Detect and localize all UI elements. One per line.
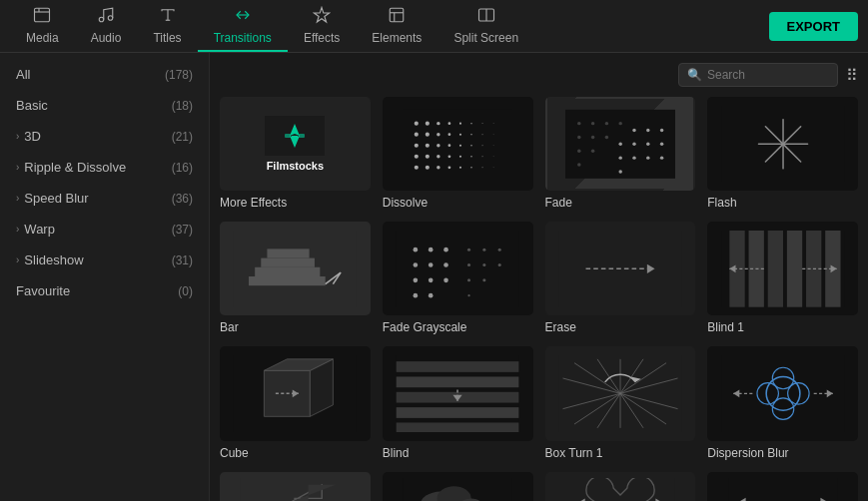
svg-point-72 [618,142,621,145]
svg-point-69 [632,156,635,159]
nav-audio[interactable]: Audio [75,0,138,52]
svg-point-45 [426,165,430,169]
content-area: 🔍 ⠿ Filmstocks [210,53,868,501]
svg-point-60 [577,149,580,152]
svg-point-102 [429,293,434,298]
filmstocks-label: Filmstocks [267,160,324,172]
sidebar-item-speedblur[interactable]: › Speed Blur (36) [0,183,209,214]
svg-point-49 [470,167,471,168]
svg-point-63 [632,129,635,132]
svg-point-46 [436,166,439,169]
transition-dispersion[interactable]: Dispersion Blur [707,346,858,459]
export-button[interactable]: EXPORT [769,12,858,41]
nav-splitscreen[interactable]: Split Screen [437,0,534,52]
svg-point-62 [577,163,580,166]
svg-point-94 [443,248,448,252]
grid-view-icon[interactable]: ⠿ [846,66,858,85]
transition-cube[interactable]: Cube [220,346,371,459]
svg-point-70 [646,156,649,159]
svg-point-16 [459,122,461,124]
transition-thumb [220,222,371,315]
transition-label: Dispersion Blur [707,446,858,460]
svg-point-96 [429,262,434,267]
transition-label: More Effects [220,196,371,210]
svg-point-35 [493,145,494,146]
svg-point-98 [414,278,419,283]
nav-media[interactable]: Media [10,0,75,52]
chevron-icon: › [16,131,19,142]
svg-point-2 [108,15,113,20]
svg-rect-11 [403,110,512,179]
transition-row4a[interactable]: - [220,472,371,501]
transition-thumb [220,346,371,440]
svg-rect-8 [292,136,298,138]
transition-dissolve[interactable]: Dissolve [383,97,533,210]
search-input[interactable] [707,68,829,82]
sidebar-item-ripple[interactable]: › Ripple & Dissolve (16) [0,152,209,183]
svg-rect-10 [299,134,305,138]
transition-thumb [383,346,533,440]
transition-thumb [383,97,533,191]
svg-point-95 [414,262,419,267]
transition-blind1[interactable]: Blind 1 [707,222,858,334]
svg-point-56 [618,122,621,125]
svg-point-38 [436,155,439,158]
svg-rect-166 [241,478,350,501]
transition-erase[interactable]: Erase [545,222,696,334]
transition-row4b[interactable]: - [383,472,533,501]
svg-point-97 [443,262,448,267]
svg-point-14 [436,122,439,125]
effects-icon [313,6,331,27]
svg-point-73 [618,156,621,159]
svg-point-19 [493,123,494,124]
nav-effects[interactable]: Effects [288,0,356,52]
svg-rect-87 [262,258,316,267]
svg-point-13 [426,121,430,125]
transition-thumb [545,346,696,440]
transition-fade-grayscale[interactable]: Fade Grayscale [383,222,533,334]
nav-transitions[interactable]: Transitions [198,0,288,52]
transition-row4c[interactable]: - [545,472,696,501]
nav-elements[interactable]: Elements [356,0,437,52]
transition-blind2[interactable]: Blind [383,346,533,459]
transition-more-effects[interactable]: Filmstocks More Effects [220,97,371,210]
chevron-icon: › [16,254,19,265]
sidebar-item-warp[interactable]: › Warp (37) [0,214,209,245]
svg-point-109 [467,278,470,281]
svg-point-42 [481,156,482,157]
chevron-icon: › [16,193,19,204]
svg-point-58 [591,135,594,138]
svg-point-54 [591,122,594,125]
svg-point-43 [493,156,494,157]
transition-thumb [383,472,533,501]
svg-point-107 [482,263,485,266]
svg-rect-134 [397,377,519,388]
sidebar-item-basic[interactable]: Basic (18) [0,90,209,121]
search-box[interactable]: 🔍 [678,63,838,87]
svg-point-17 [470,123,471,124]
sidebar-item-3d[interactable]: › 3D (21) [0,121,209,152]
sidebar: All (178) Basic (18) › 3D (21) › Ripple … [0,53,210,501]
transition-row4d[interactable]: - [707,472,858,501]
svg-rect-136 [397,407,519,418]
sidebar-item-slideshow[interactable]: › Slideshow (31) [0,245,209,275]
svg-point-25 [470,134,471,135]
sidebar-item-favourite[interactable]: Favourite (0) [0,275,209,306]
svg-point-12 [415,121,419,125]
svg-rect-119 [786,231,801,307]
svg-point-71 [660,156,663,159]
transition-flash[interactable]: Flash [707,97,858,210]
svg-point-68 [660,142,663,145]
top-navigation: Media Audio Titles Transitions Effects E… [0,0,868,53]
svg-point-51 [493,167,494,168]
transition-bar[interactable]: Bar [220,222,371,334]
svg-point-24 [459,133,461,135]
transition-boxturn[interactable]: Box Turn 1 [545,346,696,459]
svg-point-40 [459,155,461,157]
nav-titles[interactable]: Titles [137,0,197,52]
svg-point-21 [426,132,430,136]
svg-point-22 [436,133,439,136]
svg-point-99 [429,278,434,283]
sidebar-item-all[interactable]: All (178) [0,59,209,90]
transition-fade[interactable]: Fade [545,97,696,210]
